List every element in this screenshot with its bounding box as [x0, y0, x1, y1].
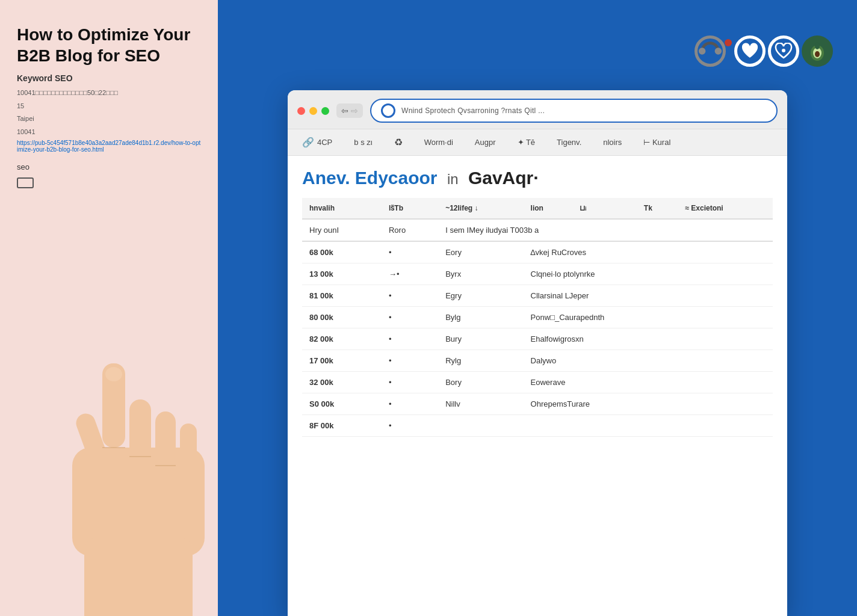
td-col3-6: Eowerave	[524, 372, 773, 393]
td-col2-5: Rylg	[438, 350, 523, 372]
td-col2-0: Eory	[438, 241, 523, 263]
deco-icon-2	[734, 35, 766, 67]
svg-point-10	[105, 367, 122, 381]
toolbar-item-1[interactable]: b s zι	[349, 135, 377, 149]
subrow-col3: I sem IMey iludyai T003b a	[438, 219, 773, 241]
tl-yellow[interactable]	[309, 107, 317, 115]
deco-icons	[695, 35, 833, 67]
td-col2-3: Bylg	[438, 307, 523, 328]
svg-rect-6	[84, 538, 193, 616]
table-row: 81 00k • Egry Cllarsinal LJeper	[302, 285, 773, 307]
toolbar-label-0: 4CP	[317, 138, 332, 147]
table-row: S0 00k • Nillv OhrepemsTurare	[302, 393, 773, 415]
td-col2-4: Bury	[438, 328, 523, 350]
toolbar-item-nloirs[interactable]: nloirs	[598, 135, 627, 149]
main-area: ⇦ ⇨ Wnind Sprotech Qvsarroning ?rnats Qi…	[218, 0, 857, 616]
td-arrow-1: →•	[382, 263, 438, 285]
sidebar-meta-line1: 10041□□□□□□□□□□□□□50□22□□□	[17, 88, 201, 99]
toolbar-label-te: ✦ Tē	[518, 138, 536, 147]
sidebar-url[interactable]: https://pub-5c454f571b8e40a3a2aad27ade84…	[17, 140, 201, 153]
td-arrow-6: •	[382, 372, 438, 393]
toolbar-item-augpr[interactable]: Augpr	[470, 135, 501, 149]
toolbar-label-tigenv: Tigenv.	[557, 138, 581, 147]
toolbar-item-0[interactable]: 🔗 4CP	[297, 134, 337, 150]
toolbar-icon-2: ♻	[394, 137, 403, 148]
td-arrow-3: •	[382, 307, 438, 328]
sidebar-meta-line4: 10041	[17, 127, 201, 138]
td-col3-8	[524, 415, 773, 437]
td-col3-0: ∆vkej RuCroves	[524, 241, 773, 263]
deco-red-dot	[725, 39, 732, 46]
table-row: 80 00k • Bylg Ponw□_Caurapednth	[302, 307, 773, 328]
td-num-5: 17 00k	[302, 350, 382, 372]
content-title-part3: GavAqr·	[468, 168, 539, 188]
td-col3-4: Ehalfowigrosxn	[524, 328, 773, 350]
nav-buttons[interactable]: ⇦ ⇨	[336, 103, 363, 118]
svg-point-13	[782, 49, 785, 52]
deco-icon-3	[768, 35, 799, 67]
td-arrow-2: •	[382, 285, 438, 307]
toolbar-icon-0: 🔗	[302, 137, 314, 148]
toolbar-item-2[interactable]: ♻	[389, 134, 407, 150]
sidebar-tag: seo	[17, 162, 201, 171]
toolbar-item-worm[interactable]: Worm·di	[419, 135, 458, 149]
data-table: hnvalih ls̈Tb ~12lifeg ↓ lion ⊔ᵢ Tk ≈ Ex…	[302, 198, 773, 437]
toolbar-item-te[interactable]: ✦ Tē	[513, 135, 540, 149]
nav-back-icon[interactable]: ⇦	[341, 106, 348, 116]
td-col3-7: OhrepemsTurare	[524, 393, 773, 415]
toolbar-item-tigenv[interactable]: Tigenv.	[552, 135, 586, 149]
toolbar-label-nloirs: nloirs	[603, 138, 622, 147]
table-header-row: hnvalih ls̈Tb ~12lifeg ↓ lion ⊔ᵢ Tk ≈ Ex…	[302, 198, 773, 219]
th-empty	[611, 198, 637, 219]
th-lion: lion	[524, 198, 573, 219]
subrow-col2: Roro	[382, 219, 438, 241]
td-num-0: 68 00k	[302, 241, 382, 263]
browser-toolbar: 🔗 4CP b s zι ♻ Worm·di Augpr ✦ Tē Tigenv…	[288, 129, 787, 156]
browser-content: Anev. Edycaoor in GavAqr· hnvalih ls̈Tb …	[288, 156, 787, 616]
toolbar-label-augpr: Augpr	[475, 138, 496, 147]
td-num-6: 32 00k	[302, 372, 382, 393]
td-num-7: S0 00k	[302, 393, 382, 415]
td-col3-3: Ponw□_Caurapednth	[524, 307, 773, 328]
url-text: Wnind Sprotech Qvsarroning ?rnats Qitl .…	[401, 106, 545, 115]
th-12lifeg: ~12lifeg ↓	[438, 198, 523, 219]
tl-green[interactable]	[321, 107, 329, 115]
content-title-part1: Anev. Edycaoor	[302, 168, 438, 188]
tl-red[interactable]	[297, 107, 305, 115]
url-circle-icon	[381, 103, 395, 118]
sidebar-meta-line3: Taipei	[17, 114, 201, 125]
svg-point-12	[715, 48, 722, 54]
td-arrow-7: •	[382, 393, 438, 415]
url-bar[interactable]: Wnind Sprotech Qvsarroning ?rnats Qitl .…	[370, 99, 778, 123]
content-title-part2: in	[447, 171, 459, 187]
td-col3-5: Dalywo	[524, 350, 773, 372]
td-col2-7: Nillv	[438, 393, 523, 415]
table-row: 8F 00k •	[302, 415, 773, 437]
table-row: 17 00k • Rylg Dalywo	[302, 350, 773, 372]
td-col2-8	[438, 415, 523, 437]
toolbar-label-kural: ⊢ Kural	[643, 138, 670, 147]
hand-illustration	[0, 345, 217, 616]
browser-chrome: ⇦ ⇨ Wnind Sprotech Qvsarroning ?rnats Qi…	[288, 90, 787, 129]
td-num-4: 82 00k	[302, 328, 382, 350]
td-num-3: 80 00k	[302, 307, 382, 328]
td-col3-2: Cllarsinal LJeper	[524, 285, 773, 307]
sidebar-icon	[17, 177, 34, 188]
th-lstb: ls̈Tb	[382, 198, 438, 219]
th-box: ⊔ᵢ	[572, 198, 610, 219]
nav-forward-icon[interactable]: ⇨	[351, 106, 358, 116]
sidebar-subtitle: Keyword SEO	[17, 73, 201, 83]
toolbar-item-kural[interactable]: ⊢ Kural	[639, 135, 675, 149]
table-row: 68 00k • Eory ∆vkej RuCroves	[302, 241, 773, 263]
browser-window: ⇦ ⇨ Wnind Sprotech Qvsarroning ?rnats Qi…	[288, 90, 787, 616]
td-arrow-0: •	[382, 241, 438, 263]
td-arrow-5: •	[382, 350, 438, 372]
td-num-2: 81 00k	[302, 285, 382, 307]
td-num-8: 8F 00k	[302, 415, 382, 437]
traffic-lights	[297, 107, 329, 115]
td-col3-1: Clqnei·lo ptolynrke	[524, 263, 773, 285]
table-row: 32 00k • Bory Eowerave	[302, 372, 773, 393]
svg-point-17	[815, 42, 820, 49]
td-col2-6: Bory	[438, 372, 523, 393]
sidebar: How to Optimize Your B2B Blog for SEO Ke…	[0, 0, 218, 616]
